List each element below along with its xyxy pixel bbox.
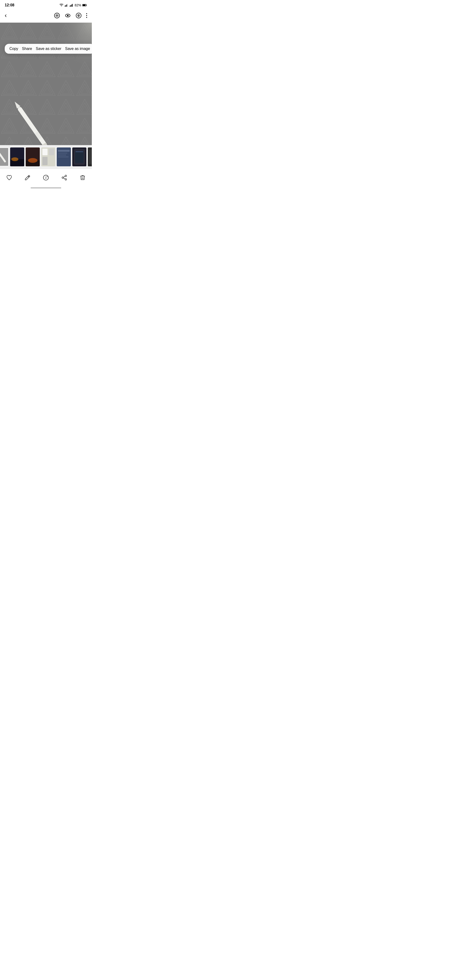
svg-rect-52: [89, 150, 92, 164]
svg-line-61: [63, 178, 65, 179]
status-time: 12:08: [5, 3, 14, 7]
delete-button[interactable]: [77, 172, 89, 183]
main-image: Copy Share Save as sticker Save as image: [0, 22, 92, 145]
context-menu: Copy Share Save as sticker Save as image: [5, 44, 92, 54]
svg-point-34: [11, 158, 18, 161]
edit-button[interactable]: [22, 172, 33, 183]
heart-icon: [6, 175, 12, 181]
status-icons: 82%: [59, 3, 87, 7]
thumbnail-5[interactable]: [57, 148, 71, 166]
svg-rect-3: [67, 4, 68, 6]
wifi-icon: [59, 3, 63, 7]
thumbnail-4[interactable]: [41, 148, 56, 166]
back-button[interactable]: ‹: [5, 12, 7, 19]
svg-rect-0: [65, 6, 65, 7]
heart-button[interactable]: [3, 172, 15, 183]
svg-rect-22: [0, 22, 92, 145]
svg-rect-44: [58, 153, 67, 154]
svg-rect-49: [75, 151, 84, 163]
home-indicator: [0, 185, 92, 189]
play-circle-button[interactable]: [54, 12, 60, 19]
svg-rect-5: [71, 5, 71, 6]
svg-point-14: [67, 14, 69, 16]
thumbnail-7[interactable]: [88, 148, 92, 166]
svg-point-60: [65, 178, 67, 180]
edit-icon: [24, 175, 31, 181]
battery-percent: 82%: [75, 3, 81, 7]
tag-button[interactable]: [75, 12, 82, 19]
delete-icon: [79, 175, 86, 181]
svg-marker-12: [57, 14, 58, 16]
svg-point-37: [28, 158, 37, 163]
thumbnail-strip: [0, 145, 92, 169]
home-bar: [31, 187, 61, 188]
signal-icon-1: [65, 3, 68, 7]
svg-rect-43: [58, 150, 70, 152]
svg-rect-45: [58, 154, 66, 156]
thumbnail-2[interactable]: [10, 148, 24, 166]
more-button[interactable]: [86, 13, 87, 18]
svg-rect-39: [42, 149, 48, 155]
svg-rect-9: [82, 5, 86, 6]
top-nav: ‹: [0, 10, 92, 22]
image-background: [0, 22, 92, 145]
svg-point-59: [62, 177, 63, 178]
save-sticker-button[interactable]: Save as sticker: [36, 47, 61, 51]
copy-button[interactable]: Copy: [10, 47, 18, 51]
thumbnail-3[interactable]: [26, 148, 40, 166]
signal-icon-2: [70, 3, 73, 7]
thumbnail-pencil-icon: [0, 148, 9, 166]
svg-point-58: [65, 175, 67, 177]
save-image-button[interactable]: Save as image: [65, 47, 90, 51]
share-action-button[interactable]: [59, 172, 70, 183]
svg-line-62: [63, 176, 65, 177]
svg-rect-50: [76, 151, 83, 152]
svg-rect-46: [58, 156, 68, 158]
info-button[interactable]: [40, 172, 52, 183]
nav-right-icons: [54, 12, 87, 19]
thumbnail-6[interactable]: [72, 148, 86, 166]
svg-rect-7: [72, 4, 73, 6]
svg-rect-41: [42, 157, 48, 165]
share-button[interactable]: Share: [22, 47, 32, 51]
svg-rect-6: [71, 5, 72, 7]
svg-rect-1: [66, 5, 66, 6]
thumbnail-1[interactable]: [0, 148, 9, 166]
bottom-action-bar: [0, 169, 92, 185]
svg-rect-40: [49, 149, 54, 155]
battery-icon: [82, 4, 87, 6]
status-bar: 12:08 82%: [0, 0, 92, 10]
info-icon: [43, 175, 49, 181]
eye-button[interactable]: [65, 12, 71, 19]
share-icon: [61, 175, 67, 181]
svg-point-16: [78, 15, 79, 16]
svg-rect-4: [70, 6, 70, 7]
svg-rect-2: [67, 5, 67, 7]
